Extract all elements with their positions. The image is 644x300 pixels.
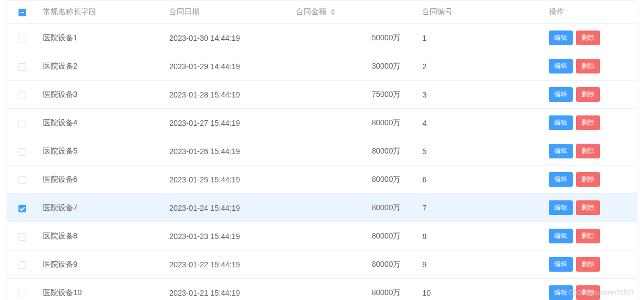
row-checkbox[interactable] xyxy=(18,233,26,241)
delete-button[interactable]: 删除 xyxy=(576,30,600,45)
delete-button[interactable]: 删除 xyxy=(576,172,600,187)
cell-amount: 75000万 xyxy=(290,81,417,109)
cell-amount: 80000万 xyxy=(290,137,417,166)
delete-button[interactable]: 删除 xyxy=(576,229,600,243)
cell-amount: 30000万 xyxy=(290,52,417,81)
edit-button[interactable]: 编辑 xyxy=(549,229,573,243)
cell-date: 2023-01-30 14:44:19 xyxy=(164,24,290,52)
cell-amount: 80000万 xyxy=(290,109,417,137)
cell-actions: 编辑删除 xyxy=(543,166,637,194)
cell-number: 3 xyxy=(417,81,543,109)
delete-button[interactable]: 删除 xyxy=(576,200,600,215)
edit-button[interactable]: 编辑 xyxy=(549,30,573,45)
cell-amount: 80000万 xyxy=(290,194,417,222)
delete-button[interactable]: 删除 xyxy=(576,59,600,74)
column-header-number[interactable]: 合同编号 xyxy=(417,1,543,24)
table-row: 医院设备82023-01-23 15:44:1980000万8编辑删除 xyxy=(7,222,637,250)
cell-amount: 80000万 xyxy=(290,250,417,279)
cell-date: 2023-01-26 15:44:19 xyxy=(164,137,290,166)
table-row: 医院设备72023-01-24 15:44:1980000万7编辑删除 xyxy=(7,194,637,222)
edit-button[interactable]: 编辑 xyxy=(549,200,573,215)
cell-date: 2023-01-24 15:44:19 xyxy=(164,194,290,222)
cell-number: 5 xyxy=(417,137,543,166)
row-checkbox[interactable] xyxy=(18,120,26,127)
column-header-amount-label: 合同金额 xyxy=(296,7,326,16)
edit-button[interactable]: 编辑 xyxy=(549,115,573,130)
cell-actions: 编辑删除 xyxy=(543,222,637,250)
table-row: 医院设备102023-01-21 15:44:1980000万10编辑删除 xyxy=(7,279,637,301)
table-row: 医院设备92023-01-22 15:44:1980000万9编辑删除 xyxy=(7,250,637,279)
cell-number: 10 xyxy=(417,279,543,301)
delete-button[interactable]: 删除 xyxy=(576,87,600,102)
table-row: 医院设备22023-01-29 14:44:1930000万2编辑删除 xyxy=(7,52,637,81)
column-header-amount[interactable]: 合同金额 xyxy=(290,1,417,24)
cell-name: 医院设备7 xyxy=(38,194,164,222)
cell-amount: 80000万 xyxy=(290,222,417,250)
edit-button[interactable]: 编辑 xyxy=(549,257,573,272)
column-header-date[interactable]: 合同日期 xyxy=(164,1,290,24)
cell-date: 2023-01-25 15:44:19 xyxy=(164,166,290,194)
select-all-checkbox[interactable] xyxy=(18,9,26,16)
edit-button[interactable]: 编辑 xyxy=(549,59,573,74)
cell-name: 医院设备4 xyxy=(38,109,164,137)
cell-number: 9 xyxy=(417,250,543,279)
sort-icon[interactable] xyxy=(331,9,335,15)
cell-number: 7 xyxy=(417,194,543,222)
table-row: 医院设备12023-01-30 14:44:1950000万1编辑删除 xyxy=(7,24,637,52)
cell-date: 2023-01-27 15:44:19 xyxy=(164,109,290,137)
cell-actions: 编辑删除 xyxy=(543,194,637,222)
delete-button[interactable]: 删除 xyxy=(576,115,600,130)
cell-name: 医院设备8 xyxy=(38,222,164,250)
edit-button[interactable]: 编辑 xyxy=(549,172,573,187)
cell-name: 医院设备1 xyxy=(38,24,164,52)
table-row: 医院设备42023-01-27 15:44:1980000万4编辑删除 xyxy=(7,109,637,137)
cell-actions: 编辑删除 xyxy=(543,52,637,81)
cell-actions: 编辑删除 xyxy=(543,137,637,166)
delete-button[interactable]: 删除 xyxy=(576,144,600,158)
row-checkbox[interactable] xyxy=(18,148,26,156)
data-table: 常规名称长字段 合同日期 合同金额 合同编号 操作 医院设备12023-01-3… xyxy=(7,0,637,300)
table-header-row: 常规名称长字段 合同日期 合同金额 合同编号 操作 xyxy=(7,1,637,24)
row-checkbox[interactable] xyxy=(18,205,26,212)
cell-name: 医院设备10 xyxy=(38,279,164,301)
cell-number: 8 xyxy=(417,222,543,250)
cell-number: 2 xyxy=(417,52,543,81)
delete-button[interactable]: 删除 xyxy=(576,257,600,272)
row-checkbox[interactable] xyxy=(18,261,26,269)
cell-actions: 编辑删除 xyxy=(543,81,637,109)
row-checkbox[interactable] xyxy=(18,63,26,71)
cell-date: 2023-01-23 15:44:19 xyxy=(164,222,290,250)
cell-name: 医院设备6 xyxy=(38,166,164,194)
row-checkbox[interactable] xyxy=(18,290,26,297)
cell-actions: 编辑删除 xyxy=(543,109,637,137)
cell-name: 医院设备2 xyxy=(38,52,164,81)
row-checkbox[interactable] xyxy=(18,176,26,184)
caret-down-icon xyxy=(331,13,335,15)
column-header-name[interactable]: 常规名称长字段 xyxy=(38,1,164,24)
cell-amount: 50000万 xyxy=(290,24,417,52)
caret-up-icon xyxy=(331,9,335,11)
cell-number: 4 xyxy=(417,109,543,137)
cell-amount: 80000万 xyxy=(290,166,417,194)
edit-button[interactable]: 编辑 xyxy=(549,87,573,102)
cell-number: 6 xyxy=(417,166,543,194)
cell-date: 2023-01-28 15:44:19 xyxy=(164,81,290,109)
cell-amount: 80000万 xyxy=(290,279,417,301)
cell-date: 2023-01-21 15:44:19 xyxy=(164,279,290,301)
cell-actions: 编辑删除 xyxy=(543,250,637,279)
cell-date: 2023-01-22 15:44:19 xyxy=(164,250,290,279)
row-checkbox[interactable] xyxy=(18,91,26,99)
cell-date: 2023-01-29 14:44:19 xyxy=(164,52,290,81)
cell-name: 医院设备3 xyxy=(38,81,164,109)
cell-actions: 编辑删除 xyxy=(543,24,637,52)
column-header-actions: 操作 xyxy=(543,1,637,24)
edit-button[interactable]: 编辑 xyxy=(549,144,573,158)
cell-name: 医院设备9 xyxy=(38,250,164,279)
row-checkbox[interactable] xyxy=(18,35,26,42)
table-row: 医院设备52023-01-26 15:44:1980000万5编辑删除 xyxy=(7,137,637,166)
table-row: 医院设备62023-01-25 15:44:1980000万6编辑删除 xyxy=(7,166,637,194)
watermark: CSDN @outsider76557 xyxy=(568,289,634,296)
table-row: 医院设备32023-01-28 15:44:1975000万3编辑删除 xyxy=(7,81,637,109)
cell-name: 医院设备5 xyxy=(38,137,164,166)
cell-number: 1 xyxy=(417,24,543,52)
